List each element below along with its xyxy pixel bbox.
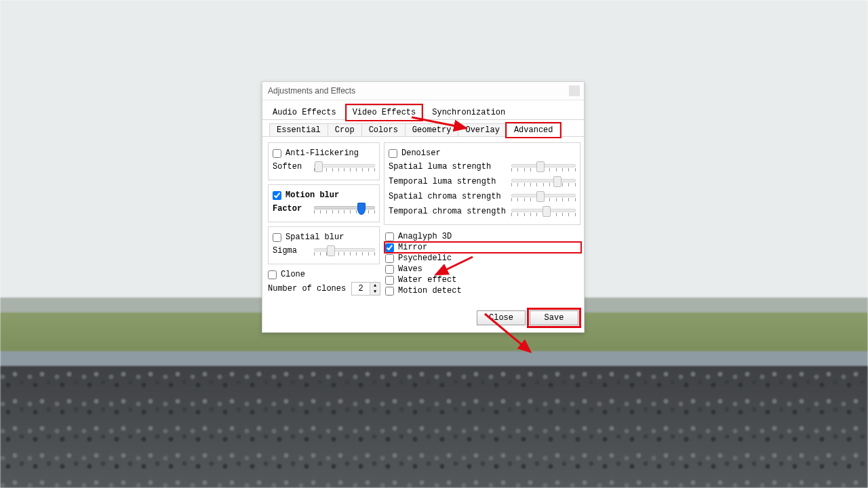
clone-label: Clone [281, 270, 305, 279]
denoiser-row-label: Spatial chroma strength [389, 192, 501, 201]
denoiser-row-label: Temporal luma strength [389, 177, 496, 186]
factor-slider[interactable] [314, 203, 375, 215]
sigma-label: Sigma [273, 246, 297, 256]
spatial-blur-checkbox[interactable]: Spatial blur [273, 232, 375, 242]
video-effects-subtab-strip: Essential Crop Colors Geometry Overlay A… [262, 120, 584, 137]
effect-mirror-input[interactable] [385, 243, 394, 252]
subtab-advanced[interactable]: Advanced [507, 123, 561, 137]
anti-flickering-group: Anti-Flickering Soften [268, 142, 380, 180]
anti-flickering-input[interactable] [273, 149, 281, 158]
spinner-up-icon[interactable]: ▲ [370, 283, 380, 289]
tab-synchronization[interactable]: Synchronization [426, 105, 511, 119]
left-column: Anti-Flickering Soften Motion blur Facto… [268, 142, 380, 298]
spatial-blur-label: Spatial blur [285, 232, 344, 242]
clone-checkbox[interactable]: Clone [268, 270, 380, 279]
denoiser-checkbox[interactable]: Denoiser [389, 148, 576, 158]
dialog-titlebar[interactable]: Adjustments and Effects [262, 82, 584, 100]
effect-psychedelic-label: Psychedelic [398, 253, 452, 263]
tab-video-effects[interactable]: Video Effects [347, 105, 422, 120]
denoiser-group: Denoiser Spatial luma strengthTemporal l… [384, 142, 580, 225]
dialog-footer: Close Save [262, 304, 584, 332]
adjustments-effects-dialog: Adjustments and Effects Audio Effects Vi… [262, 81, 585, 333]
motion-blur-checkbox[interactable]: Motion blur [273, 190, 375, 200]
effect-anaglyph-checkbox[interactable]: Anaglyph 3D [385, 232, 580, 241]
denoiser-row: Temporal luma strength [389, 176, 576, 188]
effect-water-label: Water effect [398, 275, 456, 285]
spatial-blur-group: Spatial blur Sigma [268, 226, 380, 264]
subtab-overlay[interactable]: Overlay [458, 123, 507, 136]
factor-label: Factor [273, 204, 302, 214]
subtab-geometry[interactable]: Geometry [405, 123, 459, 136]
save-button[interactable]: Save [530, 310, 578, 325]
motion-blur-label: Motion blur [285, 190, 339, 200]
anti-flickering-checkbox[interactable]: Anti-Flickering [273, 148, 375, 158]
soften-label: Soften [273, 162, 302, 171]
subtab-colors[interactable]: Colors [361, 123, 406, 136]
effect-psychedelic-input[interactable] [385, 254, 394, 263]
clone-count-label: Number of clones [268, 284, 346, 293]
denoiser-slider[interactable] [511, 161, 576, 173]
subtab-crop[interactable]: Crop [328, 123, 362, 136]
effect-anaglyph-label: Anaglyph 3D [398, 232, 452, 241]
spatial-blur-input[interactable] [273, 233, 281, 242]
effect-water-input[interactable] [385, 276, 394, 285]
right-column: Denoiser Spatial luma strengthTemporal l… [384, 142, 580, 298]
effect-water-checkbox[interactable]: Water effect [385, 275, 580, 285]
effect-motiondetect-input[interactable] [385, 287, 394, 296]
denoiser-row: Spatial chroma strength [389, 190, 576, 203]
soften-slider[interactable] [314, 161, 375, 173]
denoiser-row: Spatial luma strength [389, 161, 576, 173]
effect-psychedelic-checkbox[interactable]: Psychedelic [385, 253, 580, 263]
clone-count-spinner[interactable]: ▲▼ [351, 282, 380, 296]
denoiser-slider[interactable] [511, 190, 576, 203]
effects-checkbox-list: Anaglyph 3DMirrorPsychedelicWavesWater e… [384, 229, 580, 297]
effect-waves-input[interactable] [385, 265, 394, 274]
spinner-down-icon[interactable]: ▼ [370, 289, 380, 295]
sigma-slider[interactable] [314, 245, 375, 257]
clone-group: Clone Number of clones ▲▼ [268, 268, 380, 298]
dialog-title: Adjustments and Effects [268, 86, 355, 96]
window-close-button[interactable] [569, 85, 580, 96]
effect-waves-checkbox[interactable]: Waves [385, 264, 580, 274]
motion-blur-input[interactable] [273, 191, 281, 200]
denoiser-row-label: Spatial luma strength [389, 162, 491, 171]
clone-count-input[interactable] [352, 283, 370, 295]
denoiser-row-label: Temporal chroma strength [389, 207, 506, 216]
subtab-essential[interactable]: Essential [269, 123, 328, 136]
effect-mirror-label: Mirror [398, 243, 427, 252]
close-button[interactable]: Close [477, 310, 526, 325]
denoiser-slider[interactable] [511, 176, 576, 188]
effect-motiondetect-checkbox[interactable]: Motion detect [385, 286, 580, 296]
effect-mirror-checkbox[interactable]: Mirror [385, 243, 580, 252]
denoiser-label: Denoiser [401, 148, 441, 158]
main-tab-strip: Audio Effects Video Effects Synchronizat… [262, 100, 584, 120]
denoiser-slider[interactable] [511, 205, 576, 218]
effect-waves-label: Waves [398, 264, 422, 274]
effect-motiondetect-label: Motion detect [398, 286, 462, 296]
denoiser-input[interactable] [389, 149, 397, 158]
tab-audio-effects[interactable]: Audio Effects [267, 105, 342, 119]
motion-blur-group: Motion blur Factor [268, 184, 380, 222]
clone-input[interactable] [268, 270, 277, 279]
advanced-panel: Anti-Flickering Soften Motion blur Facto… [262, 137, 584, 304]
effect-anaglyph-input[interactable] [385, 232, 394, 241]
anti-flickering-label: Anti-Flickering [285, 148, 359, 158]
denoiser-row: Temporal chroma strength [389, 205, 576, 218]
